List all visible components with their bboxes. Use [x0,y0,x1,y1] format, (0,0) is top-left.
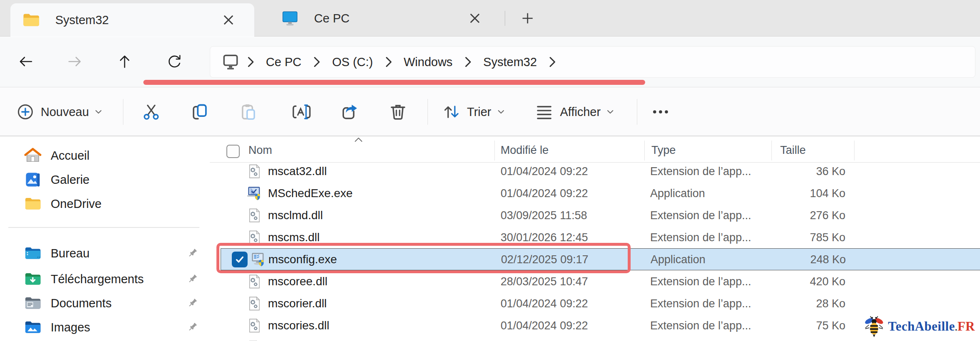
pin-icon [186,273,199,285]
column-separator[interactable] [854,141,855,161]
breadcrumb-item-windows[interactable]: Windows [400,55,457,69]
file-date: 01/04/2024 09:22 [501,165,588,178]
file-row[interactable]: mscat32.dll 01/04/2024 09:22 Extension d… [210,160,980,182]
sidebar-item-label: Téléchargements [51,272,144,286]
view-button[interactable]: Afficher [531,96,619,127]
file-type: Extension de l’app... [650,275,751,288]
toolbar-separator [637,99,637,125]
file-type: Extension de l’app... [650,165,751,178]
sidebar-item-images[interactable]: Images [6,316,204,339]
file-explorer-window: System32 Ce PC [0,0,980,341]
file-size: 276 Ko [762,209,845,222]
sidebar-item-telechargements[interactable]: Téléchargements [6,267,204,291]
arrow-up-icon [115,52,135,72]
pin-icon [186,247,199,259]
command-toolbar: Nouveau [0,87,980,136]
chevron-down-icon [496,107,506,116]
file-date: 01/04/2024 09:22 [501,297,588,310]
column-header-nom[interactable]: Nom [248,144,272,157]
share-button[interactable] [335,96,365,127]
exe-file-icon [246,185,262,201]
rename-button[interactable] [287,96,317,127]
forward-button[interactable] [60,47,89,76]
breadcrumb-chevron-icon[interactable] [311,56,322,68]
delete-button[interactable] [383,96,413,127]
column-separator[interactable] [771,141,772,161]
breadcrumb-chevron-icon[interactable] [383,56,394,68]
file-name: mscoree.dll [268,275,327,288]
cut-icon [142,103,160,121]
watermark-brand: TechAbeille [888,319,955,334]
file-list: Nom Modifié le Type Taille mscat32.dll 0… [210,136,980,341]
column-header-modifie-le[interactable]: Modifié le [501,144,549,157]
sidebar-item-onedrive[interactable]: OneDrive [6,192,204,215]
refresh-icon [165,52,184,72]
toolbar-separator [123,99,123,125]
tab-system32[interactable]: System32 [10,3,254,37]
pin-icon [186,297,199,309]
file-name: mscorier.dll [268,297,327,310]
new-tab-button[interactable] [517,9,538,27]
file-row[interactable]: msclmd.dll 03/09/2025 11:58 Extension de… [210,204,980,226]
cut-button[interactable] [136,96,166,127]
file-size: 248 Ko [763,253,846,266]
folder-icon [24,195,42,213]
sort-button[interactable]: Trier [438,96,510,127]
sidebar-item-galerie[interactable]: Galerie [6,168,204,191]
view-list-icon [535,103,553,121]
up-button[interactable] [110,47,139,76]
sidebar-separator [8,227,199,228]
watermark-tld: FR [958,319,975,334]
sidebar-item-bureau[interactable]: Bureau [6,242,204,265]
plus-icon [521,12,534,25]
column-header-type[interactable]: Type [651,144,676,157]
breadcrumb-item-ce-pc[interactable]: Ce PC [262,55,305,69]
dll-file-icon [246,296,262,311]
column-separator[interactable] [644,141,645,161]
sidebar-item-accueil[interactable]: Accueil [6,144,204,167]
bee-logo-icon [863,315,885,338]
copy-icon [190,103,209,121]
refresh-button[interactable] [160,47,189,76]
file-name: msclmd.dll [268,209,323,222]
tab-close-icon[interactable] [220,12,237,28]
file-row[interactable]: mscorier.dll 01/04/2024 09:22 Extension … [210,292,980,314]
annotation-breadcrumb-underline [143,80,645,85]
paste-button[interactable] [233,96,263,127]
breadcrumb-chevron-icon[interactable] [245,56,256,68]
dll-file-icon [246,208,262,223]
file-row[interactable]: MSchedExe.exe 01/04/2024 09:22 Applicati… [210,182,980,204]
breadcrumb-item-system32[interactable]: System32 [479,55,541,69]
arrow-left-icon [16,52,36,72]
breadcrumb-chevron-icon[interactable] [462,56,473,68]
sidebar-item-label: Bureau [51,247,90,260]
breadcrumb-item-os-c[interactable]: OS (C:) [328,55,377,69]
more-options-button[interactable] [645,96,676,127]
navigation-pane: Accueil Galerie OneDrive [0,136,210,341]
breadcrumb-chevron-icon[interactable] [547,56,558,68]
gallery-icon [24,171,42,188]
arrow-right-icon [65,52,85,72]
copy-button[interactable] [184,96,214,127]
file-size: 75 Ko [762,319,845,332]
tab-ce-pc[interactable]: Ce PC [269,0,501,37]
sidebar-item-label: Documents [51,297,112,310]
pictures-folder-icon [24,319,42,336]
select-all-checkbox[interactable] [226,145,240,158]
annotation-highlight-box [216,243,631,273]
sidebar-item-documents[interactable]: Documents [6,292,204,315]
column-header-taille[interactable]: Taille [780,144,806,157]
file-size: 420 Ko [762,275,845,288]
file-row[interactable]: mscoree.dll 28/03/2025 10:47 Extension d… [210,270,980,292]
tab-close-icon[interactable] [467,10,483,27]
file-date: 01/04/2024 09:22 [501,187,588,200]
new-button[interactable]: Nouveau [11,96,109,127]
file-date: 03/09/2025 11:58 [501,209,587,222]
trash-icon [389,103,407,121]
tab-bar: System32 Ce PC [0,0,980,37]
column-separator[interactable] [494,141,495,161]
ellipsis-icon [651,103,670,121]
back-button[interactable] [11,47,40,76]
file-size: 104 Ko [762,187,845,200]
address-bar[interactable]: Ce PC OS (C:) Windows System32 [210,46,975,78]
